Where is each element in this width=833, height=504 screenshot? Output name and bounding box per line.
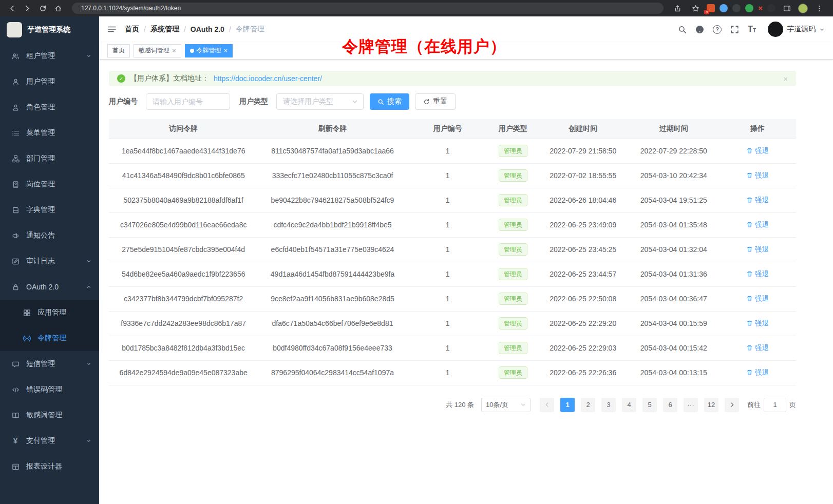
force-logout-button[interactable]: 强退: [746, 171, 769, 180]
sidebar-item-audit-log[interactable]: 审计日志: [0, 248, 99, 274]
force-logout-button[interactable]: 强退: [746, 319, 769, 328]
sidebar-item-dict[interactable]: 字典管理: [0, 197, 99, 223]
more-pages-button[interactable]: ···: [684, 398, 698, 412]
page-button[interactable]: 1: [560, 398, 575, 412]
active-tab-dot: [190, 49, 194, 53]
extension-badge: 0: [704, 10, 709, 14]
chevron-down-icon: [352, 99, 358, 105]
alert-text: 【用户体系】文档地址：: [130, 74, 209, 83]
extension-icon[interactable]: [767, 4, 775, 12]
user-type-select[interactable]: 请选择用户类型: [276, 93, 364, 110]
page-button[interactable]: 4: [622, 398, 636, 412]
force-logout-button[interactable]: 强退: [746, 146, 769, 156]
app-logo: [7, 22, 22, 37]
back-icon[interactable]: [5, 2, 18, 14]
page-button[interactable]: 12: [704, 398, 718, 412]
sidebar-item-oauth[interactable]: OAuth 2.0: [0, 274, 99, 300]
table-row: b0d1785bc3a8482f812db4a3f3bd15ec b0df498…: [109, 336, 796, 360]
page-button[interactable]: 2: [581, 398, 595, 412]
next-page-button[interactable]: [725, 398, 739, 412]
extension-icon[interactable]: ×: [758, 4, 763, 12]
hamburger-icon[interactable]: [107, 25, 117, 34]
breadcrumb: 首页 / 系统管理 / OAuth 2.0 / 令牌管理: [125, 25, 264, 34]
force-logout-button[interactable]: 强退: [746, 294, 769, 303]
tab-home[interactable]: 首页: [107, 44, 130, 57]
chevron-down-icon: [520, 402, 526, 408]
sidebar-item-token-management[interactable]: 令牌管理: [0, 325, 99, 351]
lock-icon: [11, 283, 20, 291]
fullscreen-icon[interactable]: [730, 25, 739, 34]
search-form: 用户编号 用户类型 请选择用户类型 搜索 重置: [109, 93, 796, 110]
user-type-badge: 管理员: [499, 366, 527, 379]
force-logout-button[interactable]: 强退: [746, 343, 769, 353]
extension-icon[interactable]: 0: [707, 4, 715, 12]
sidebar-item-post[interactable]: 岗位管理: [0, 171, 99, 197]
edit-icon: [11, 257, 20, 265]
sidebar-item-report-designer[interactable]: 报表设计器: [0, 454, 99, 479]
force-logout-button[interactable]: 强退: [746, 245, 769, 254]
sidebar-item-app-management[interactable]: 应用管理: [0, 300, 99, 325]
table-row: 275e5de9151045fe87cbdc395e004f4d e6cfd40…: [109, 237, 796, 262]
page-button[interactable]: 3: [601, 398, 616, 412]
tab-token-management[interactable]: 令牌管理 ×: [185, 44, 233, 57]
close-icon[interactable]: ×: [172, 47, 176, 54]
breadcrumb-system[interactable]: 系统管理: [150, 25, 179, 34]
browser-menu-icon[interactable]: [812, 2, 826, 14]
share-icon[interactable]: [671, 2, 684, 14]
reload-icon[interactable]: [36, 2, 49, 14]
extension-icon[interactable]: [732, 4, 741, 12]
url-bar[interactable]: 127.0.0.1:1024/system/oauth2/token: [72, 3, 664, 14]
sidebar-item-notice[interactable]: 通知公告: [0, 223, 99, 248]
force-logout-button[interactable]: 强退: [746, 196, 769, 205]
home-icon[interactable]: [51, 2, 65, 14]
close-icon[interactable]: ×: [224, 47, 228, 54]
force-logout-button[interactable]: 强退: [746, 220, 769, 229]
reset-button[interactable]: 重置: [415, 93, 456, 110]
user-dropdown[interactable]: 芋道源码: [768, 22, 825, 37]
extension-icon[interactable]: [745, 4, 753, 12]
sidebar-item-payment[interactable]: ¥ 支付管理: [0, 428, 99, 454]
user-type-label: 用户类型: [239, 97, 268, 106]
url-text[interactable]: 127.0.0.1:1024/system/oauth2/token: [81, 5, 181, 12]
prev-page-button[interactable]: [540, 398, 554, 412]
tab-sensitive-words[interactable]: 敏感词管理 ×: [134, 44, 181, 57]
page-button[interactable]: 6: [663, 398, 677, 412]
table-row: f9336e7c7dd242a283ee98dc86b17a87 dfa6c71…: [109, 311, 796, 336]
sidebar-item-tenant[interactable]: 租户管理: [0, 43, 99, 69]
force-logout-button[interactable]: 强退: [746, 368, 769, 377]
chevron-down-icon: [86, 53, 92, 59]
sidebar-item-dept[interactable]: 部门管理: [0, 146, 99, 171]
table-row: 54d6be82ee5a460a9aedc1f9bf223656 49d1aa4…: [109, 262, 796, 286]
page-unit-label: 页: [789, 400, 796, 410]
docs-help-icon[interactable]: ?: [713, 25, 722, 34]
close-icon[interactable]: ×: [783, 74, 788, 83]
font-size-icon[interactable]: TT: [748, 25, 756, 33]
app-logo-link[interactable]: 芋道管理系统: [0, 16, 99, 43]
goto-page-input[interactable]: [764, 398, 786, 412]
sidebar-item-role[interactable]: 角色管理: [0, 94, 99, 120]
browser-profile-avatar[interactable]: [798, 4, 808, 13]
extension-icon[interactable]: [720, 4, 728, 12]
sidebar-item-user[interactable]: 用户管理: [0, 69, 99, 94]
sidebar-item-menu[interactable]: 菜单管理: [0, 120, 99, 146]
col-access-token: 访问令牌: [109, 119, 258, 139]
book-icon: [11, 206, 20, 214]
page-button[interactable]: 5: [642, 398, 657, 412]
user-id-input[interactable]: [146, 93, 230, 110]
doc-link[interactable]: https://doc.iocoder.cn/user-center/: [214, 74, 322, 83]
chevron-up-icon: [86, 284, 92, 290]
forward-icon[interactable]: [21, 2, 34, 14]
search-button[interactable]: 搜索: [370, 93, 409, 110]
search-icon[interactable]: [678, 25, 687, 34]
sidebar-item-sensitive-words[interactable]: 敏感词管理: [0, 402, 99, 428]
sidebar-item-error-code[interactable]: 错误码管理: [0, 377, 99, 402]
github-icon[interactable]: [695, 25, 704, 34]
force-logout-button[interactable]: 强退: [746, 269, 769, 279]
app-title: 芋道管理系统: [27, 25, 70, 34]
breadcrumb-oauth[interactable]: OAuth 2.0: [191, 25, 224, 33]
page-size-select[interactable]: 10条/页: [481, 398, 531, 412]
breadcrumb-home[interactable]: 首页: [125, 25, 139, 34]
sidebar-panel-icon[interactable]: [780, 2, 793, 14]
bookmark-star-icon[interactable]: [689, 2, 702, 14]
sidebar-item-sms[interactable]: 短信管理: [0, 351, 99, 377]
